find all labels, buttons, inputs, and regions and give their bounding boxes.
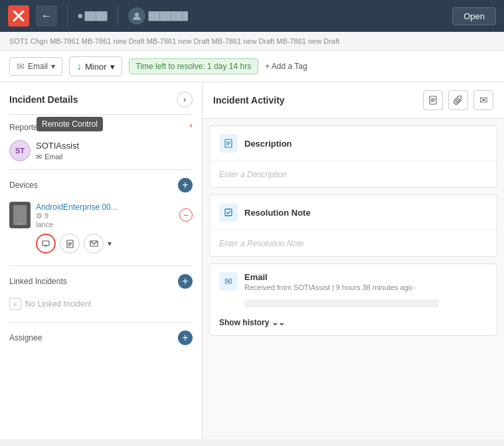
remote-control-button[interactable] bbox=[36, 234, 56, 254]
logo bbox=[8, 5, 29, 27]
description-icon bbox=[219, 134, 238, 153]
user-name-label: ███████ bbox=[149, 11, 189, 21]
device-name[interactable]: AndroidEnterprise 00... bbox=[36, 202, 174, 212]
priority-chevron-icon: ▾ bbox=[110, 62, 115, 72]
email-dropdown[interactable]: ✉ Email ▾ bbox=[9, 57, 62, 76]
priority-dropdown[interactable]: ↓ Minor ▾ bbox=[69, 56, 122, 76]
left-panel: Incident Details › Reporter * ST SOTIAss… bbox=[0, 82, 203, 439]
description-header: Description bbox=[210, 126, 497, 161]
description-card: Description Enter a Description bbox=[209, 125, 497, 188]
device-actions: ▾ bbox=[9, 234, 193, 259]
reporter-text: Reporter bbox=[9, 123, 41, 132]
assignee-text: Assignee bbox=[9, 333, 42, 342]
resolution-card: Resolution Note Enter a Resolution Note bbox=[209, 194, 497, 257]
reporter-email-row: ✉ Email bbox=[36, 153, 79, 161]
avatar: ST bbox=[9, 140, 31, 161]
email-label: Email bbox=[28, 62, 48, 71]
email-action-button[interactable]: ✉ bbox=[473, 90, 493, 110]
resolution-placeholder[interactable]: Enter a Resolution Note bbox=[219, 239, 303, 248]
email-preview bbox=[210, 299, 497, 313]
email-activity-meta: Received from SOTIAssist | 9 hours 38 mi… bbox=[244, 283, 487, 291]
toolbar: ✉ Email ▾ ↓ Minor ▾ Time left to resolve… bbox=[0, 51, 504, 82]
email-icon: ✉ bbox=[36, 153, 42, 161]
more-actions-chevron-icon[interactable]: ▾ bbox=[108, 239, 112, 248]
nav-divider2 bbox=[118, 6, 118, 26]
svg-point-2 bbox=[135, 13, 139, 17]
linked-section: ≡ No Linked Incident bbox=[0, 293, 202, 322]
add-device-button[interactable]: + bbox=[178, 178, 193, 192]
no-linked-text: No Linked Incident bbox=[25, 299, 91, 309]
right-header: Incident Activity ✉ bbox=[203, 82, 504, 119]
email-activity-header: ✉ Email Received from SOTIAssist | 9 hou… bbox=[210, 264, 497, 299]
main-content: Incident Details › Reporter * ST SOTIAss… bbox=[0, 82, 504, 439]
notes-button[interactable] bbox=[423, 90, 443, 110]
device-icon bbox=[9, 202, 31, 228]
mail-icon: ✉ bbox=[17, 61, 25, 72]
device-sub: ⚙ 9 bbox=[36, 212, 174, 220]
nav-label: ■ ████ bbox=[78, 11, 108, 21]
breadcrumb: SOT1 Chgn MB-7861 MB-7861 new Draft MB-7… bbox=[0, 32, 504, 51]
svg-rect-19 bbox=[225, 209, 232, 216]
email-activity-card: ✉ Email Received from SOTIAssist | 9 hou… bbox=[209, 263, 497, 336]
show-history-label: Show history bbox=[219, 318, 269, 327]
svg-rect-3 bbox=[42, 241, 49, 246]
description-title: Description bbox=[244, 139, 292, 149]
remove-device-button[interactable]: − bbox=[179, 208, 193, 222]
show-history-icon: ⌄⌄ bbox=[272, 318, 285, 327]
reporter-block: ST SOTIAssist ✉ Email bbox=[0, 136, 202, 169]
device-compliance: lance bbox=[36, 220, 174, 228]
required-star: * bbox=[189, 123, 193, 132]
collapse-button[interactable]: › bbox=[177, 92, 193, 108]
remote-control-tooltip: Remote Control bbox=[37, 117, 103, 131]
add-assignee-button[interactable]: + bbox=[178, 331, 193, 345]
email-preview-text bbox=[244, 299, 439, 307]
resolution-body: Enter a Resolution Note bbox=[210, 230, 497, 256]
topbar: ← ■ ████ ███████ Open bbox=[0, 0, 504, 32]
device-row: AndroidEnterprise 00... ⚙ 9 lance − bbox=[9, 196, 193, 234]
email-activity-icon: ✉ bbox=[219, 272, 238, 291]
devices-text: Devices bbox=[9, 181, 38, 190]
right-panel: Incident Activity ✉ bbox=[203, 82, 504, 439]
device-message-button[interactable] bbox=[84, 234, 104, 254]
nav-divider bbox=[67, 6, 68, 26]
resolution-icon bbox=[219, 203, 238, 222]
time-badge: Time left to resolve: 1 day 14 hrs bbox=[129, 58, 259, 74]
linked-incidents-label: Linked Incidents + bbox=[0, 266, 202, 293]
reporter-name: SOTIAssist bbox=[36, 141, 79, 151]
reporter-email-label: Email bbox=[44, 153, 63, 161]
email-info: Email Received from SOTIAssist | 9 hours… bbox=[244, 272, 487, 291]
user-icon bbox=[128, 7, 145, 25]
incident-details-header: Incident Details › bbox=[0, 82, 202, 114]
reporter-info: SOTIAssist ✉ Email bbox=[36, 141, 79, 161]
resolution-header: Resolution Note bbox=[210, 195, 497, 230]
attachment-button[interactable] bbox=[448, 90, 468, 110]
no-linked-incident: ≡ No Linked Incident bbox=[9, 293, 193, 315]
resolution-title: Resolution Note bbox=[244, 208, 311, 218]
add-tag-button[interactable]: + Add a Tag bbox=[265, 62, 307, 71]
add-linked-button[interactable]: + bbox=[178, 274, 193, 289]
header-actions: ✉ bbox=[423, 90, 493, 110]
priority-label: Minor bbox=[85, 62, 107, 72]
description-body: Enter a Description bbox=[210, 161, 497, 187]
panel-title: Incident Details bbox=[9, 94, 78, 105]
incident-activity-title: Incident Activity bbox=[213, 95, 416, 106]
show-history-button[interactable]: Show history ⌄⌄ bbox=[210, 313, 497, 335]
down-arrow-icon: ↓ bbox=[76, 60, 82, 72]
open-button[interactable]: Open bbox=[452, 7, 496, 25]
email-activity-title: Email bbox=[244, 272, 487, 282]
chevron-down-icon: ▾ bbox=[51, 62, 55, 71]
back-button[interactable]: ← bbox=[36, 5, 57, 27]
description-placeholder[interactable]: Enter a Description bbox=[219, 170, 287, 179]
user-menu[interactable]: ███████ bbox=[128, 7, 189, 25]
devices-section: AndroidEnterprise 00... ⚙ 9 lance − Remo… bbox=[0, 196, 202, 265]
assignee-label: Assignee + bbox=[0, 323, 202, 349]
device-info-button[interactable] bbox=[60, 234, 80, 254]
devices-label: Devices + bbox=[0, 170, 202, 196]
no-linked-icon: ≡ bbox=[9, 298, 21, 310]
linked-incidents-text: Linked Incidents bbox=[9, 277, 67, 286]
